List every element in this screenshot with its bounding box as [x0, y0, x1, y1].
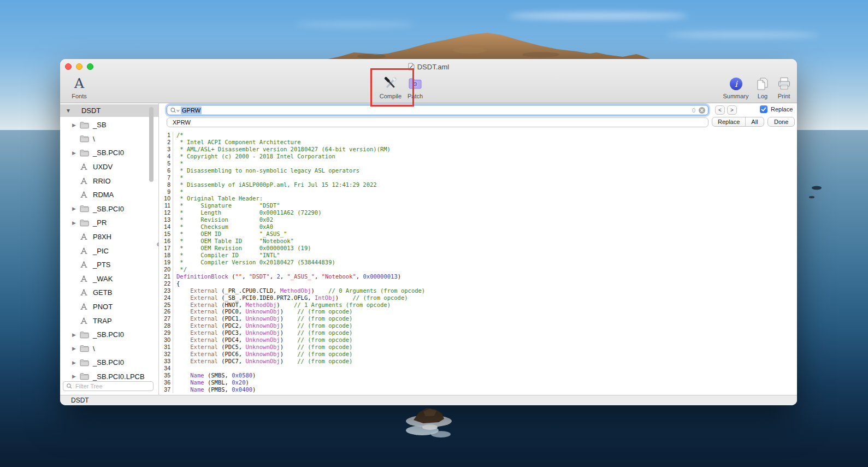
disclosure-triangle-icon[interactable]: ▶ [72, 346, 80, 351]
clear-search-icon[interactable] [698, 107, 706, 114]
line-number: 16 [159, 238, 173, 245]
filter-tree-input[interactable] [74, 382, 153, 390]
line-number: 30 [159, 336, 173, 344]
code-line: 27 External (PDC1, UnknownObj) // (from … [159, 315, 797, 322]
tree-item-[interactable]: \ [60, 132, 158, 146]
code-line: 8 * Disassembly of iASLP000pP.aml, Fri J… [159, 181, 797, 188]
tree-item-sbpci0[interactable]: ▶_SB.PCI0 [60, 356, 158, 370]
search-field[interactable]: GPRW 0 [167, 105, 708, 115]
patch-button[interactable]: ⚙ Patch [403, 75, 427, 103]
line-number: 10 [159, 195, 173, 202]
folder-icon [80, 373, 89, 380]
tree-item-[interactable]: ▶\ [60, 342, 158, 356]
document-proxy-icon [408, 63, 415, 70]
titlebar[interactable]: DSDT.aml [60, 59, 797, 74]
find-previous-button[interactable]: < [715, 105, 725, 115]
line-number: 31 [159, 344, 173, 351]
tree-root-dsdt[interactable]: ▼ DSDT [60, 104, 158, 117]
method-icon [80, 247, 88, 255]
print-button[interactable]: Print [773, 75, 795, 103]
tree-item-sbpci0[interactable]: ▶_SB.PCI0 [60, 328, 158, 342]
tree-item-label: _WAK [93, 275, 113, 283]
replace-button[interactable]: Replace [712, 117, 745, 126]
code-line: 17 * OEM Revision 0x00000013 (19) [159, 245, 797, 252]
line-number: 36 [159, 379, 173, 386]
line-number: 19 [159, 259, 173, 266]
line-number: 26 [159, 308, 173, 315]
disclosure-triangle-icon[interactable]: ▶ [72, 122, 80, 128]
log-button[interactable]: Log [753, 75, 772, 103]
tree-item-sb[interactable]: ▶_SB [60, 118, 158, 132]
disclosure-triangle-open-icon[interactable]: ▼ [66, 108, 71, 114]
compile-label: Compile [380, 93, 401, 99]
editor-pane[interactable]: GPRW 0 < > Replace Rep [159, 103, 797, 395]
folder-icon [80, 219, 89, 227]
sidebar-scrollbar-thumb[interactable] [149, 107, 153, 182]
disclosure-triangle-icon[interactable]: ▶ [72, 150, 80, 156]
compile-button[interactable]: Compile [377, 75, 404, 103]
tree-item-uxdv[interactable]: UXDV [60, 160, 158, 174]
method-icon [80, 303, 88, 311]
print-icon [777, 77, 791, 90]
code-line: 15 * OEM ID "_ASUS_" [159, 230, 797, 238]
tree-item-pr[interactable]: ▶_PR [60, 216, 158, 230]
window-content: ▼ DSDT ▶_SB\▶_SB.PCI0UXDVRRIORDMA▶_SB.PC… [60, 103, 797, 395]
tree-item-sbpci0[interactable]: ▶_SB.PCI0 [60, 146, 158, 160]
line-number: 3 [159, 146, 173, 153]
tree-item-rrio[interactable]: RRIO [60, 174, 158, 188]
line-number: 35 [159, 372, 173, 379]
line-number: 14 [159, 223, 173, 230]
line-number: 20 [159, 266, 173, 273]
summary-button[interactable]: i Summary [719, 75, 752, 103]
tree-item-p8xh[interactable]: P8XH [60, 230, 158, 244]
tree-item-pnot[interactable]: PNOT [60, 300, 158, 314]
folder-icon [80, 135, 89, 143]
distant-rocks [807, 184, 826, 201]
done-button[interactable]: Done [767, 117, 795, 127]
tree-item-pic[interactable]: _PIC [60, 244, 158, 258]
summary-icon: i [729, 77, 743, 91]
tree-item-wak[interactable]: _WAK [60, 272, 158, 286]
tree-item-getb[interactable]: GETB [60, 286, 158, 300]
island-rocks [391, 401, 467, 445]
disclosure-triangle-icon[interactable]: ▶ [72, 220, 80, 226]
disclosure-triangle-icon[interactable]: ▶ [72, 374, 80, 379]
tree-item-sbpci0[interactable]: ▶_SB.PCI0 [60, 202, 158, 216]
tree-root-label: DSDT [81, 107, 101, 115]
disclosure-triangle-icon[interactable]: ▶ [72, 332, 80, 338]
search-menu-icon[interactable] [170, 107, 181, 114]
tree-item-pts[interactable]: _PTS [60, 258, 158, 272]
filter-tree-field[interactable] [63, 381, 153, 391]
tree-item-rdma[interactable]: RDMA [60, 188, 158, 202]
line-number: 34 [159, 365, 173, 372]
tree-item-label: \ [93, 345, 95, 353]
patch-label: Patch [408, 93, 423, 99]
tree-item-label: PNOT [93, 303, 113, 311]
code-line: 25 External (HNOT, MethodObj) // 1 Argum… [159, 302, 797, 309]
method-icon [80, 191, 88, 199]
replace-input[interactable] [167, 117, 708, 127]
disclosure-triangle-icon[interactable]: ▶ [72, 360, 80, 365]
code-line: 26 External (PDC0, UnknownObj) // (from … [159, 308, 797, 315]
tree-item-sbpci0lpcb[interactable]: ▶_SB.PCI0.LPCB [60, 370, 158, 381]
code-line: 1/* [159, 132, 797, 139]
replace-checkbox-label[interactable]: Replace [771, 106, 793, 113]
line-number: 6 [159, 167, 173, 174]
replace-buttons: Replace All [712, 117, 764, 127]
line-number: 33 [159, 358, 173, 365]
code-line: 36 Name (SMBL, 0x20) [159, 379, 797, 386]
code-lines[interactable]: 1/*2 * Intel ACPI Component Architecture… [159, 132, 797, 395]
tree-item-label: _PTS [93, 261, 111, 269]
find-next-button[interactable]: > [727, 105, 737, 115]
line-number: 9 [159, 188, 173, 196]
code-line: 9 * [159, 188, 797, 196]
replace-all-button[interactable]: All [745, 117, 763, 126]
replace-checkbox[interactable] [760, 105, 767, 113]
disclosure-triangle-icon[interactable]: ▶ [72, 206, 80, 211]
line-number: 4 [159, 153, 173, 160]
code-line: 30 External (PDC4, UnknownObj) // (from … [159, 336, 797, 344]
line-number: 12 [159, 209, 173, 216]
tree-item-trap[interactable]: TRAP [60, 314, 158, 328]
search-input-value[interactable]: GPRW [181, 107, 202, 114]
fonts-button[interactable]: A Fonts [68, 75, 91, 103]
